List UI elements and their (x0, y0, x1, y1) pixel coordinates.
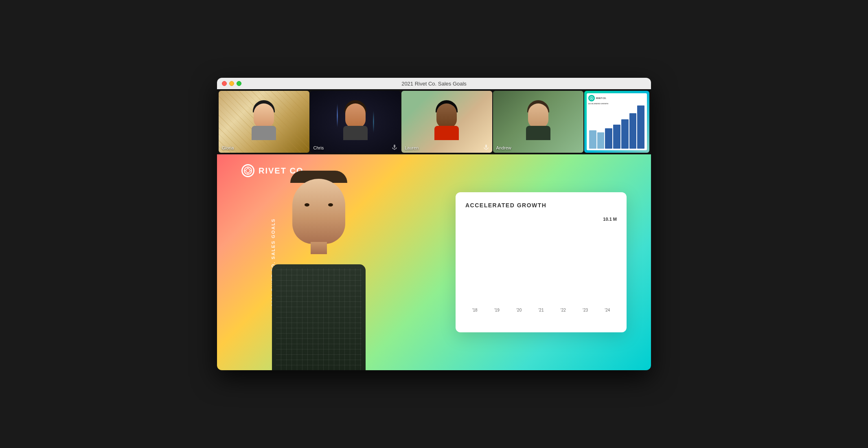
presenter-figure (241, 163, 396, 370)
mini-logo (588, 95, 595, 101)
chart-title: ACCELERATED GROWTH (465, 202, 617, 209)
year-label-21: '21 (532, 308, 550, 312)
mic-icon-lauren (483, 145, 489, 150)
mini-chart-title: ACCELERATED GROWTH (588, 103, 645, 105)
person-eye-right (328, 203, 333, 206)
chart-bars (465, 217, 617, 306)
gloria-video (219, 91, 309, 153)
video-area: Gloria Chris (217, 89, 651, 370)
chris-video (310, 91, 401, 153)
participants-strip: Gloria Chris (217, 89, 651, 154)
participant-name-andrew: Andrew (496, 145, 511, 150)
svg-point-5 (591, 98, 592, 99)
participant-tile-andrew[interactable]: Andrew (493, 91, 584, 153)
lauren-video (401, 91, 492, 153)
participant-tile-presentation[interactable]: RIVET CO. ACCELERATED GROWTH (584, 91, 649, 153)
participant-name-chris: Chris (313, 145, 324, 150)
participant-tile-lauren[interactable]: Lauren (401, 91, 492, 153)
person-body (272, 264, 366, 370)
traffic-lights (222, 81, 241, 86)
participant-tile-gloria[interactable]: Gloria (219, 91, 309, 153)
svg-rect-0 (394, 145, 395, 148)
chart-area: 10.1 M (465, 217, 617, 323)
year-label-24: '24 (598, 308, 617, 312)
title-bar: 2021 Rivet Co. Sales Goals (217, 78, 651, 89)
window-title: 2021 Rivet Co. Sales Goals (401, 81, 467, 87)
person-eyes (305, 203, 333, 206)
mini-company: RIVET CO. (596, 97, 606, 99)
person-face (292, 179, 345, 244)
shirt-pattern (276, 268, 362, 370)
mac-window: 2021 Rivet Co. Sales Goals Gloria (217, 78, 651, 370)
andrew-video (493, 91, 584, 153)
participant-name-gloria: Gloria (222, 145, 234, 150)
presentation-thumbnail: RIVET CO. ACCELERATED GROWTH (587, 93, 647, 150)
year-label-20: '20 (510, 308, 528, 312)
mini-chart: ACCELERATED GROWTH (588, 103, 645, 149)
participant-tile-chris[interactable]: Chris (310, 91, 401, 153)
mic-icon-chris (392, 145, 397, 150)
close-button[interactable] (222, 81, 227, 86)
svg-rect-2 (485, 145, 487, 148)
year-label-22: '22 (554, 308, 572, 312)
year-label-18: '18 (465, 308, 484, 312)
year-label-19: '19 (487, 308, 506, 312)
chart-panel: ACCELERATED GROWTH 10.1 M (456, 192, 627, 332)
maximize-button[interactable] (237, 81, 241, 86)
chart-top-value: 10.1 M (603, 217, 617, 222)
participant-name-lauren: Lauren (405, 145, 419, 150)
person-eye-left (305, 203, 309, 206)
chart-year-labels: '18 '19 '20 '21 '22 '23 '24 (465, 308, 617, 312)
mini-bars (588, 105, 645, 149)
minimize-button[interactable] (229, 81, 234, 86)
person-neck (311, 242, 327, 254)
year-label-23: '23 (576, 308, 594, 312)
main-presentation: 2021 RIVET CO. SALES GOALS 2021 RIVET CO… (217, 154, 651, 370)
